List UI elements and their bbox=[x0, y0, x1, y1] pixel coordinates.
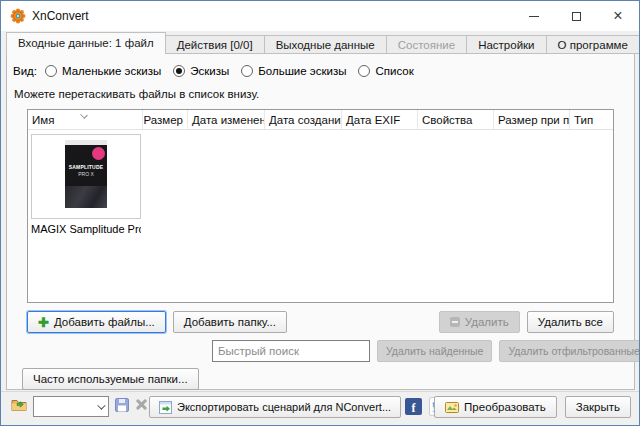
close-app-button[interactable]: Закрыть bbox=[565, 396, 631, 418]
close-icon: × bbox=[613, 8, 622, 24]
remove-found-label: Удалить найденные bbox=[386, 345, 483, 357]
add-files-label: Добавить файлы... bbox=[54, 316, 155, 328]
pink-badge-icon bbox=[92, 147, 105, 160]
export-script-button[interactable]: Экспортировать сценарий для NConvert... bbox=[149, 396, 401, 418]
titlebar: XnConvert × bbox=[1, 1, 639, 31]
column-header-date-created[interactable]: Дата создания bbox=[265, 110, 342, 129]
radio-label: Список bbox=[375, 65, 413, 77]
column-header-type[interactable]: Тип bbox=[570, 110, 613, 129]
clear-preset-button[interactable] bbox=[135, 398, 148, 411]
remove-all-button[interactable]: Удалить все bbox=[527, 311, 614, 333]
tab-actions[interactable]: Действия [0/0] bbox=[166, 35, 265, 54]
boxart-top-edge bbox=[65, 140, 107, 145]
radio-icon bbox=[241, 65, 253, 77]
facebook-icon: f bbox=[412, 402, 416, 415]
tab-status: Состояние bbox=[387, 35, 467, 54]
boxart-subtitle: PRO X bbox=[65, 171, 107, 177]
frequent-folders-label: Часто используемые папки... bbox=[33, 373, 188, 385]
radio-checked-icon bbox=[173, 65, 185, 77]
radio-icon bbox=[358, 65, 370, 77]
open-preset-folder-button[interactable] bbox=[10, 397, 30, 415]
minimize-icon bbox=[529, 16, 539, 17]
maximize-button[interactable] bbox=[555, 1, 597, 31]
convert-button[interactable]: Преобразовать bbox=[434, 396, 557, 418]
file-list-item[interactable]: SAMPLITUDE PRO X MAGIX Samplitude Pro. bbox=[31, 134, 141, 235]
sort-chevron-icon bbox=[81, 112, 87, 118]
file-thumbnail: SAMPLITUDE PRO X bbox=[31, 134, 141, 219]
remove-found-button: Удалить найденные bbox=[377, 340, 492, 362]
input-files-panel: Вид: Маленькие эскизы Эскизы Большие эск… bbox=[6, 53, 635, 390]
radio-small-thumbnails[interactable]: Маленькие эскизы bbox=[45, 65, 161, 77]
xnconvert-window: XnConvert × Входные данные: 1 файл Дейст… bbox=[0, 0, 640, 426]
file-table-header: Имя Размер Дата изменения Дата создания … bbox=[28, 110, 613, 130]
remove-button: Удалить bbox=[439, 311, 520, 333]
plus-icon: ✚ bbox=[38, 316, 49, 329]
remove-filtered-label: Удалить отфильтрованные bbox=[508, 345, 639, 357]
minus-icon bbox=[450, 317, 460, 327]
tab-input-files[interactable]: Входные данные: 1 файл bbox=[6, 32, 166, 54]
app-logo-icon bbox=[10, 8, 26, 24]
close-button[interactable]: × bbox=[597, 1, 639, 31]
column-header-properties[interactable]: Свойства bbox=[418, 110, 494, 129]
radio-icon bbox=[45, 65, 57, 77]
column-header-date-exif[interactable]: Дата EXIF bbox=[342, 110, 418, 129]
radio-label: Эскизы bbox=[190, 65, 229, 77]
tab-bar: Входные данные: 1 файл Действия [0/0] Вы… bbox=[6, 32, 640, 54]
open-folder-icon bbox=[11, 397, 30, 413]
preset-combobox[interactable] bbox=[33, 396, 109, 417]
file-caption: MAGIX Samplitude Pro. bbox=[31, 223, 141, 235]
convert-label: Преобразовать bbox=[464, 401, 546, 413]
window-controls: × bbox=[513, 1, 639, 31]
window-title: XnConvert bbox=[32, 1, 89, 31]
column-header-size[interactable]: Размер bbox=[143, 110, 188, 129]
convert-icon bbox=[445, 401, 459, 414]
frequent-folders-button[interactable]: Часто используемые папки... bbox=[22, 368, 199, 390]
boxart-title: SAMPLITUDE bbox=[65, 164, 107, 170]
footer-right-buttons: Преобразовать Закрыть bbox=[434, 396, 631, 418]
file-table: Имя Размер Дата изменения Дата создания … bbox=[27, 109, 614, 303]
tab-settings[interactable]: Настройки bbox=[467, 35, 546, 54]
add-folder-button[interactable]: Добавить папку... bbox=[173, 311, 287, 333]
radio-list[interactable]: Список bbox=[358, 65, 413, 77]
radio-label: Большие эскизы bbox=[258, 65, 346, 77]
tab-output[interactable]: Выходные данные bbox=[265, 35, 387, 54]
maximize-icon bbox=[572, 12, 581, 21]
save-preset-button[interactable] bbox=[115, 398, 129, 415]
column-header-date-modified[interactable]: Дата изменения bbox=[188, 110, 265, 129]
radio-label: Маленькие эскизы bbox=[62, 65, 161, 77]
quick-search-input[interactable] bbox=[212, 340, 370, 362]
radio-large-thumbnails[interactable]: Большие эскизы bbox=[241, 65, 346, 77]
chevron-down-icon bbox=[97, 401, 105, 409]
column-header-print-size[interactable]: Размер при печа bbox=[494, 110, 570, 129]
view-mode-row: Вид: Маленькие эскизы Эскизы Большие эск… bbox=[13, 63, 426, 79]
remove-filtered-button: Удалить отфильтрованные bbox=[499, 340, 640, 362]
tab-about[interactable]: О программе bbox=[547, 35, 640, 54]
add-folder-label: Добавить папку... bbox=[184, 316, 276, 328]
add-files-button[interactable]: ✚ Добавить файлы... bbox=[27, 311, 166, 333]
export-script-icon bbox=[159, 401, 172, 414]
radio-thumbnails[interactable]: Эскизы bbox=[173, 65, 229, 77]
facebook-button[interactable]: f bbox=[405, 398, 422, 415]
floppy-icon bbox=[115, 398, 129, 412]
footer-toolbar: Экспортировать сценарий для NConvert... … bbox=[1, 391, 639, 426]
boxart-image: SAMPLITUDE PRO X bbox=[65, 140, 107, 208]
list-buttons-row: ✚ Добавить файлы... Добавить папку... Уд… bbox=[27, 311, 614, 333]
remove-label: Удалить bbox=[465, 316, 509, 328]
close-app-label: Закрыть bbox=[576, 401, 620, 413]
view-label: Вид: bbox=[13, 65, 37, 77]
drag-drop-hint: Можете перетаскивать файлы в список вниз… bbox=[14, 88, 259, 100]
minimize-button[interactable] bbox=[513, 1, 555, 31]
boxart-photo-strip bbox=[65, 186, 107, 208]
search-row: Удалить найденные Удалить отфильтрованны… bbox=[212, 340, 640, 362]
remove-all-label: Удалить все bbox=[538, 316, 603, 328]
gray-x-icon bbox=[135, 398, 148, 411]
export-script-label: Экспортировать сценарий для NConvert... bbox=[177, 401, 391, 413]
